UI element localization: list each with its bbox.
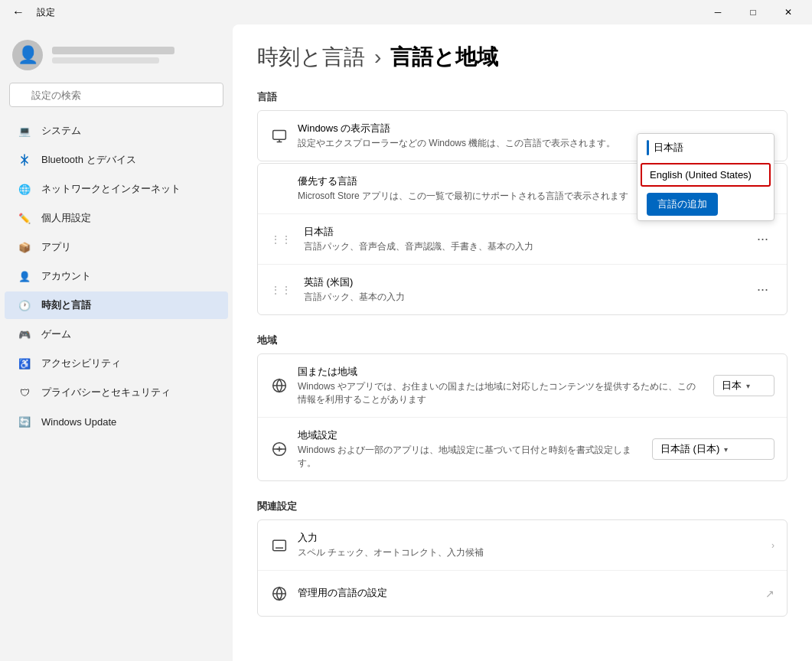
network-icon: 🌐 — [17, 181, 32, 197]
sidebar-item-network[interactable]: 🌐 ネットワークとインターネット — [5, 175, 228, 203]
accounts-label: アカウント — [41, 269, 91, 283]
accessibility-icon: ♿ — [17, 356, 32, 371]
sidebar-item-windows-update[interactable]: 🔄 Windows Update — [5, 408, 228, 435]
close-button[interactable]: ✕ — [771, 0, 806, 24]
sidebar-item-bluetooth[interactable]: Bluetooth とデバイス — [5, 146, 228, 174]
lang1-title: 日本語 — [304, 225, 742, 239]
time-lang-icon: 🕐 — [17, 298, 32, 313]
regional-format-value: 日本語 (日本) — [660, 442, 719, 456]
display-lang-options: 日本語 English (United States) 言語の追加 — [637, 133, 774, 221]
sidebar: 👤 🔍 💻 システム Bluetooth とデバイス 🌐 ネッ — [0, 24, 233, 661]
sidebar-item-apps[interactable]: 📦 アプリ — [5, 233, 228, 261]
country-icon — [270, 376, 289, 395]
lang2-row: ⋮⋮ 英語 (米国) 言語パック、基本の入力 ··· — [258, 264, 787, 314]
back-button[interactable]: ← — [6, 2, 31, 22]
user-name — [52, 47, 174, 54]
lang2-more-button[interactable]: ··· — [751, 278, 774, 301]
lang2-desc: 言語パック、基本の入力 — [304, 291, 742, 304]
region-card: 国または地域 Windows やアプリでは、お住まいの国または地域に対応したコン… — [257, 353, 788, 481]
apps-icon: 📦 — [17, 239, 32, 255]
privacy-label: プライバシーとセキュリティ — [41, 386, 171, 399]
country-title: 国または地域 — [298, 365, 704, 379]
lang-option-english[interactable]: English (United States) — [641, 163, 771, 187]
gaming-label: ゲーム — [41, 327, 71, 341]
regional-format-desc: Windows および一部のアプリは、地域設定に基づいて日付と時刻を書式設定しま… — [298, 444, 643, 470]
country-row: 国または地域 Windows やアプリでは、お住まいの国または地域に対応したコン… — [258, 354, 787, 417]
display-lang-icon — [270, 127, 289, 145]
network-label: ネットワークとインターネット — [41, 182, 181, 196]
add-language-button[interactable]: 言語の追加 — [647, 193, 718, 216]
country-desc: Windows やアプリでは、お住まいの国または地域に対応したコンテンツを提供す… — [298, 380, 704, 406]
input-arrow-icon: › — [771, 540, 774, 551]
country-chevron-icon: ▾ — [746, 382, 750, 390]
lang1-text: 日本語 言語パック、音声合成、音声認識、手書き、基本の入力 — [304, 225, 742, 253]
language-section-title: 言語 — [257, 90, 788, 104]
sidebar-item-accounts[interactable]: 👤 アカウント — [5, 262, 228, 290]
windows-update-label: Windows Update — [41, 416, 116, 428]
search-wrap: 🔍 — [9, 83, 223, 107]
sidebar-item-gaming[interactable]: 🎮 ゲーム — [5, 321, 228, 348]
add-lang-btn-row: 言語の追加 — [638, 188, 774, 220]
system-icon: 💻 — [17, 123, 32, 138]
breadcrumb-sep: › — [374, 45, 381, 70]
lang1-row: ⋮⋮ 日本語 言語パック、音声合成、音声認識、手書き、基本の入力 ··· — [258, 213, 787, 264]
selected-bar — [647, 140, 649, 155]
privacy-icon: 🛡 — [17, 385, 32, 400]
lang1-more-button[interactable]: ··· — [751, 228, 774, 250]
sidebar-item-personalize[interactable]: ✏️ 個人用設定 — [5, 204, 228, 232]
lang1-drag-handle[interactable]: ⋮⋮ — [270, 233, 292, 246]
user-info — [52, 47, 174, 63]
admin-lang-text: 管理用の言語の設定 — [298, 586, 756, 601]
search-box-wrap: 🔍 — [0, 83, 233, 116]
content-area: 時刻と言語 › 言語と地域 言語 Windows の表示言語 設定やエクスプロー… — [233, 24, 812, 661]
breadcrumb-part1: 時刻と言語 — [257, 43, 365, 72]
avatar-icon: 👤 — [18, 45, 38, 65]
window-controls: ─ □ ✕ — [700, 0, 806, 24]
admin-lang-icon — [270, 584, 289, 603]
country-text: 国または地域 Windows やアプリでは、お住まいの国または地域に対応したコン… — [298, 365, 704, 406]
display-language-row: Windows の表示言語 設定やエクスプローラーなどの Windows 機能は… — [258, 111, 787, 161]
related-section-title: 関連設定 — [257, 500, 788, 513]
country-select[interactable]: 日本 ▾ — [713, 375, 774, 396]
lang2-drag-handle[interactable]: ⋮⋮ — [270, 284, 292, 296]
related-card: 入力 スペル チェック、オートコレクト、入力候補 › 管理用の言語の設定 ↗ — [257, 519, 788, 617]
bluetooth-label: Bluetooth とデバイス — [41, 153, 136, 167]
lang-option-japanese[interactable]: 日本語 — [638, 134, 774, 161]
country-value: 日本 — [722, 379, 742, 392]
personalize-label: 個人用設定 — [41, 211, 91, 225]
system-label: システム — [41, 124, 81, 138]
sidebar-item-system[interactable]: 💻 システム — [5, 117, 228, 145]
gaming-icon: 🎮 — [17, 327, 32, 342]
svg-rect-3 — [273, 540, 286, 550]
input-desc: スペル チェック、オートコレクト、入力候補 — [298, 546, 762, 559]
sidebar-item-time-lang[interactable]: 🕐 時刻と言語 — [5, 291, 228, 319]
title-bar: ← 設定 ─ □ ✕ — [0, 0, 812, 24]
input-title: 入力 — [298, 531, 762, 545]
input-row[interactable]: 入力 スペル チェック、オートコレクト、入力候補 › — [258, 520, 787, 570]
accounts-icon: 👤 — [17, 269, 32, 284]
windows-update-icon: 🔄 — [17, 414, 32, 429]
country-action: 日本 ▾ — [713, 375, 774, 396]
lang2-title: 英語 (米国) — [304, 275, 742, 289]
page-title: 時刻と言語 › 言語と地域 — [257, 43, 788, 72]
regional-format-row: 地域設定 Windows および一部のアプリは、地域設定に基づいて日付と時刻を書… — [258, 417, 787, 480]
bluetooth-icon — [17, 152, 32, 168]
maximize-button[interactable]: □ — [735, 0, 771, 24]
app-title: 設定 — [37, 6, 55, 19]
minimize-button[interactable]: ─ — [700, 0, 735, 24]
sidebar-item-accessibility[interactable]: ♿ アクセシビリティ — [5, 350, 228, 377]
sidebar-item-privacy[interactable]: 🛡 プライバシーとセキュリティ — [5, 379, 228, 406]
regional-format-chevron-icon: ▾ — [724, 445, 728, 454]
search-input[interactable] — [9, 83, 223, 107]
svg-rect-0 — [273, 130, 286, 139]
input-text: 入力 スペル チェック、オートコレクト、入力候補 — [298, 531, 762, 559]
regional-format-title: 地域設定 — [298, 428, 643, 442]
region-section-title: 地域 — [257, 334, 788, 347]
admin-lang-external-icon: ↗ — [765, 588, 774, 600]
regional-format-select[interactable]: 日本語 (日本) ▾ — [652, 438, 774, 460]
admin-lang-title: 管理用の言語の設定 — [298, 586, 756, 600]
breadcrumb-part2: 言語と地域 — [390, 43, 498, 72]
admin-lang-row[interactable]: 管理用の言語の設定 ↗ — [258, 570, 787, 616]
user-email — [52, 57, 159, 63]
accessibility-label: アクセシビリティ — [41, 357, 121, 370]
